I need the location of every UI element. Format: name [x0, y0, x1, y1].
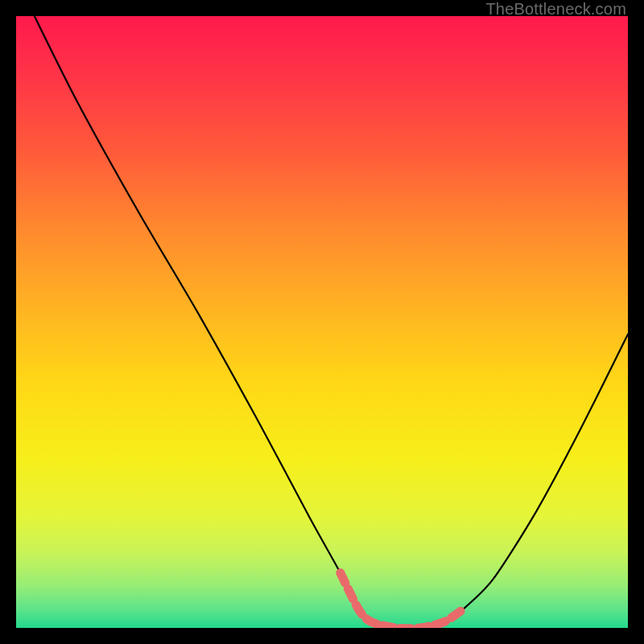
gradient-background [16, 16, 628, 628]
plot-area [16, 16, 628, 628]
chart-container: TheBottleneck.com [0, 0, 644, 644]
plot-svg [16, 16, 628, 628]
